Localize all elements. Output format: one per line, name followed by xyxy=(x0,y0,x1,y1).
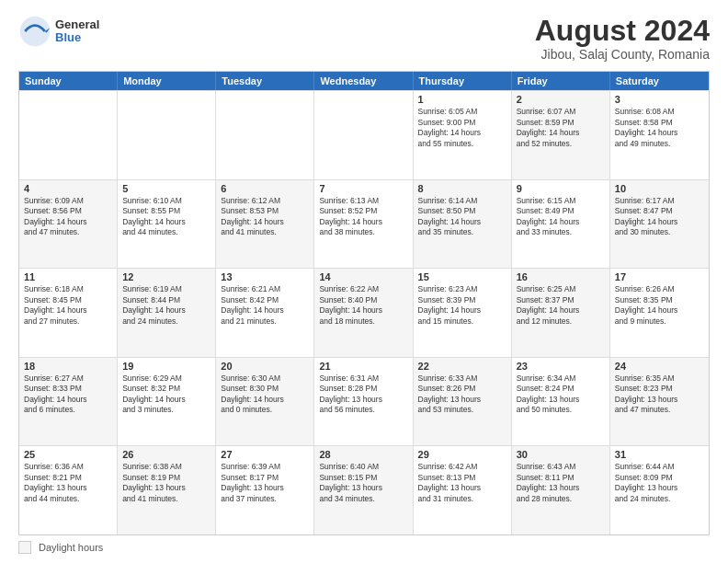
calendar-header-cell: Monday xyxy=(118,72,216,90)
calendar-cell: 9Sunrise: 6:15 AM Sunset: 8:49 PM Daylig… xyxy=(512,180,610,269)
calendar-row: 25Sunrise: 6:36 AM Sunset: 8:21 PM Dayli… xyxy=(19,445,709,534)
day-number: 7 xyxy=(319,183,407,194)
day-number: 31 xyxy=(615,449,704,460)
cell-daylight-text: Sunrise: 6:07 AM Sunset: 8:59 PM Dayligh… xyxy=(517,107,580,147)
cell-daylight-text: Sunrise: 6:21 AM Sunset: 8:42 PM Dayligh… xyxy=(221,284,284,325)
page: General Blue August 2024 Jibou, Salaj Co… xyxy=(0,0,728,563)
calendar-header-cell: Sunday xyxy=(19,72,118,90)
cell-daylight-text: Sunrise: 6:27 AM Sunset: 8:33 PM Dayligh… xyxy=(24,373,87,414)
calendar-cell xyxy=(216,91,314,179)
calendar-cell: 27Sunrise: 6:39 AM Sunset: 8:17 PM Dayli… xyxy=(216,446,314,534)
cell-daylight-text: Sunrise: 6:35 AM Sunset: 8:23 PM Dayligh… xyxy=(615,373,678,414)
calendar-cell: 28Sunrise: 6:40 AM Sunset: 8:15 PM Dayli… xyxy=(314,446,413,534)
cell-daylight-text: Sunrise: 6:44 AM Sunset: 8:09 PM Dayligh… xyxy=(615,462,678,502)
cell-daylight-text: Sunrise: 6:25 AM Sunset: 8:37 PM Dayligh… xyxy=(517,284,580,325)
calendar-cell: 14Sunrise: 6:22 AM Sunset: 8:40 PM Dayli… xyxy=(314,269,413,357)
calendar-cell: 25Sunrise: 6:36 AM Sunset: 8:21 PM Dayli… xyxy=(19,446,118,534)
day-number: 16 xyxy=(517,271,605,282)
day-number: 17 xyxy=(615,271,704,282)
day-number: 19 xyxy=(122,361,210,372)
header: General Blue August 2024 Jibou, Salaj Co… xyxy=(18,15,710,62)
calendar-cell: 16Sunrise: 6:25 AM Sunset: 8:37 PM Dayli… xyxy=(512,269,610,357)
calendar-cell: 15Sunrise: 6:23 AM Sunset: 8:39 PM Dayli… xyxy=(414,269,512,357)
day-number: 6 xyxy=(221,183,309,194)
cell-daylight-text: Sunrise: 6:34 AM Sunset: 8:24 PM Dayligh… xyxy=(517,373,580,414)
cell-daylight-text: Sunrise: 6:08 AM Sunset: 8:58 PM Dayligh… xyxy=(615,107,678,147)
calendar-cell: 22Sunrise: 6:33 AM Sunset: 8:26 PM Dayli… xyxy=(414,358,512,446)
day-number: 22 xyxy=(418,361,506,372)
calendar-cell: 21Sunrise: 6:31 AM Sunset: 8:28 PM Dayli… xyxy=(314,358,413,446)
day-number: 14 xyxy=(319,271,407,282)
calendar-cell: 6Sunrise: 6:12 AM Sunset: 8:53 PM Daylig… xyxy=(216,180,314,269)
calendar-cell: 1Sunrise: 6:05 AM Sunset: 9:00 PM Daylig… xyxy=(414,91,512,179)
calendar-row: 18Sunrise: 6:27 AM Sunset: 8:33 PM Dayli… xyxy=(19,357,709,446)
day-number: 9 xyxy=(517,183,605,194)
calendar-header-cell: Wednesday xyxy=(314,72,413,90)
day-number: 29 xyxy=(418,449,506,460)
cell-daylight-text: Sunrise: 6:18 AM Sunset: 8:45 PM Dayligh… xyxy=(24,284,87,325)
subtitle: Jibou, Salaj County, Romania xyxy=(535,47,710,62)
logo-blue-text: Blue xyxy=(55,31,99,44)
cell-daylight-text: Sunrise: 6:40 AM Sunset: 8:15 PM Dayligh… xyxy=(319,462,382,502)
cell-daylight-text: Sunrise: 6:42 AM Sunset: 8:13 PM Dayligh… xyxy=(418,462,482,502)
cell-daylight-text: Sunrise: 6:31 AM Sunset: 8:28 PM Dayligh… xyxy=(319,373,382,414)
cell-daylight-text: Sunrise: 6:36 AM Sunset: 8:21 PM Dayligh… xyxy=(24,462,87,502)
calendar-cell: 8Sunrise: 6:14 AM Sunset: 8:50 PM Daylig… xyxy=(414,180,512,269)
cell-daylight-text: Sunrise: 6:05 AM Sunset: 9:00 PM Dayligh… xyxy=(418,107,482,147)
cell-daylight-text: Sunrise: 6:13 AM Sunset: 8:52 PM Dayligh… xyxy=(319,196,382,236)
cell-daylight-text: Sunrise: 6:17 AM Sunset: 8:47 PM Dayligh… xyxy=(615,196,678,236)
day-number: 15 xyxy=(418,271,506,282)
calendar-cell: 11Sunrise: 6:18 AM Sunset: 8:45 PM Dayli… xyxy=(19,269,118,357)
logo-general-text: General xyxy=(55,18,99,31)
cell-daylight-text: Sunrise: 6:29 AM Sunset: 8:32 PM Dayligh… xyxy=(122,373,186,414)
calendar-row: 4Sunrise: 6:09 AM Sunset: 8:56 PM Daylig… xyxy=(19,179,709,269)
cell-daylight-text: Sunrise: 6:10 AM Sunset: 8:55 PM Dayligh… xyxy=(122,196,186,236)
calendar-cell: 5Sunrise: 6:10 AM Sunset: 8:55 PM Daylig… xyxy=(118,180,216,269)
day-number: 28 xyxy=(319,449,407,460)
shaded-legend-box xyxy=(18,541,31,554)
footer: Daylight hours xyxy=(18,541,710,554)
title-block: August 2024 Jibou, Salaj County, Romania xyxy=(535,15,710,62)
cell-daylight-text: Sunrise: 6:26 AM Sunset: 8:35 PM Dayligh… xyxy=(615,284,678,325)
day-number: 5 xyxy=(122,183,210,194)
cell-daylight-text: Sunrise: 6:30 AM Sunset: 8:30 PM Dayligh… xyxy=(221,373,284,414)
main-title: August 2024 xyxy=(535,15,710,47)
logo-text: General Blue xyxy=(55,18,99,45)
calendar-cell: 13Sunrise: 6:21 AM Sunset: 8:42 PM Dayli… xyxy=(216,269,314,357)
day-number: 1 xyxy=(418,94,506,105)
calendar-cell: 17Sunrise: 6:26 AM Sunset: 8:35 PM Dayli… xyxy=(610,269,709,357)
calendar-cell xyxy=(118,91,216,179)
calendar-row: 11Sunrise: 6:18 AM Sunset: 8:45 PM Dayli… xyxy=(19,268,709,357)
cell-daylight-text: Sunrise: 6:38 AM Sunset: 8:19 PM Dayligh… xyxy=(122,462,186,502)
calendar: SundayMondayTuesdayWednesdayThursdayFrid… xyxy=(18,71,710,535)
day-number: 11 xyxy=(24,271,112,282)
cell-daylight-text: Sunrise: 6:23 AM Sunset: 8:39 PM Dayligh… xyxy=(418,284,482,325)
logo-icon xyxy=(18,15,51,48)
calendar-cell: 20Sunrise: 6:30 AM Sunset: 8:30 PM Dayli… xyxy=(216,358,314,446)
day-number: 12 xyxy=(122,271,210,282)
calendar-header-cell: Thursday xyxy=(414,72,512,90)
day-number: 13 xyxy=(221,271,309,282)
calendar-cell: 23Sunrise: 6:34 AM Sunset: 8:24 PM Dayli… xyxy=(512,358,610,446)
calendar-header-cell: Saturday xyxy=(610,72,709,90)
logo: General Blue xyxy=(18,15,99,48)
cell-daylight-text: Sunrise: 6:19 AM Sunset: 8:44 PM Dayligh… xyxy=(122,284,186,325)
calendar-body: 1Sunrise: 6:05 AM Sunset: 9:00 PM Daylig… xyxy=(19,90,709,534)
day-number: 4 xyxy=(24,183,112,194)
calendar-cell: 7Sunrise: 6:13 AM Sunset: 8:52 PM Daylig… xyxy=(314,180,413,269)
calendar-cell xyxy=(314,91,413,179)
day-number: 25 xyxy=(24,449,112,460)
calendar-cell: 2Sunrise: 6:07 AM Sunset: 8:59 PM Daylig… xyxy=(512,91,610,179)
day-number: 30 xyxy=(517,449,605,460)
day-number: 21 xyxy=(319,361,407,372)
calendar-cell: 31Sunrise: 6:44 AM Sunset: 8:09 PM Dayli… xyxy=(610,446,709,534)
footer-label: Daylight hours xyxy=(39,542,103,553)
calendar-cell: 12Sunrise: 6:19 AM Sunset: 8:44 PM Dayli… xyxy=(118,269,216,357)
calendar-cell: 29Sunrise: 6:42 AM Sunset: 8:13 PM Dayli… xyxy=(414,446,512,534)
cell-daylight-text: Sunrise: 6:33 AM Sunset: 8:26 PM Dayligh… xyxy=(418,373,482,414)
calendar-cell: 18Sunrise: 6:27 AM Sunset: 8:33 PM Dayli… xyxy=(19,358,118,446)
day-number: 2 xyxy=(517,94,605,105)
cell-daylight-text: Sunrise: 6:12 AM Sunset: 8:53 PM Dayligh… xyxy=(221,196,284,236)
day-number: 24 xyxy=(615,361,704,372)
day-number: 8 xyxy=(418,183,506,194)
